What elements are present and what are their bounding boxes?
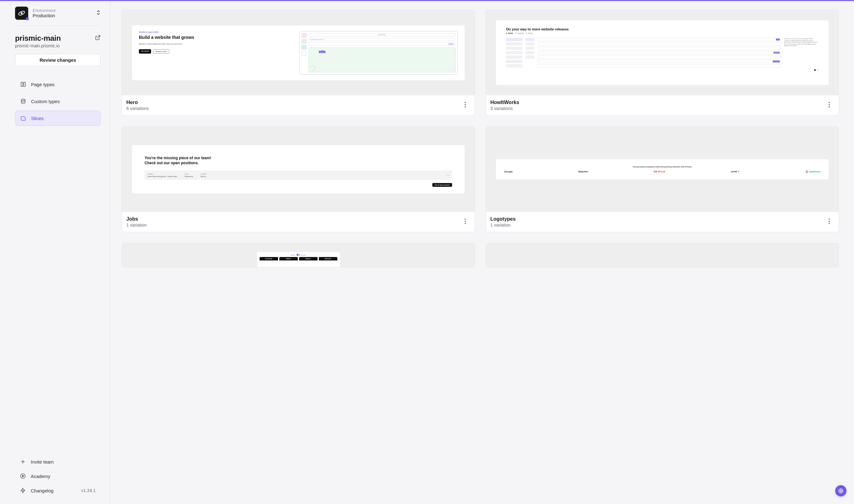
- preview-dot: [817, 69, 819, 71]
- svg-point-1: [21, 13, 22, 14]
- svg-rect-4: [24, 82, 25, 87]
- main-content: Headless page builder Build a website th…: [110, 1, 854, 504]
- preview-text: Developers use the latest web technologi…: [784, 38, 819, 67]
- repo-name: prismic-main: [15, 34, 61, 43]
- logo-rakuten: Rakuten: [579, 170, 588, 173]
- preview-pink-icon: [302, 33, 307, 38]
- svg-point-24: [840, 490, 842, 492]
- more-menu-button[interactable]: [828, 101, 831, 110]
- slice-card-jobs[interactable]: You're the missing piece of our team! Ch…: [122, 126, 475, 232]
- svg-marker-9: [22, 475, 24, 477]
- invite-team-button[interactable]: Invite team: [15, 454, 101, 469]
- slice-title: HowItWorks: [490, 100, 519, 105]
- env-status-dot: [26, 17, 29, 20]
- academy-label: Academy: [31, 473, 51, 479]
- preview-cta: See all open positions: [432, 183, 452, 187]
- sidebar: Environment Production prismic-main: [0, 1, 110, 504]
- nav-page-types[interactable]: Page types: [15, 77, 101, 92]
- version-text: v1.24.1: [81, 488, 95, 493]
- logo-veriff: veriff ✓: [731, 170, 740, 173]
- svg-point-18: [465, 221, 466, 222]
- more-menu-button[interactable]: [828, 217, 831, 227]
- logo-google: Google: [504, 170, 513, 173]
- preview-loop-icon: [309, 65, 316, 72]
- page-types-icon: [20, 82, 26, 87]
- slice-subtitle: 1 variation: [126, 222, 147, 228]
- slice-title: Jobs: [126, 216, 147, 222]
- svg-line-2: [97, 35, 100, 38]
- preview-heading: Build a website that grows: [139, 35, 293, 40]
- logo-netflix: NETFLIX: [654, 170, 665, 173]
- slice-title: Logotypes: [490, 216, 516, 222]
- preview-dot: [814, 69, 816, 71]
- preview-eyebrow: Headless page builder: [139, 31, 293, 33]
- slice-card-partial-2[interactable]: [486, 243, 839, 267]
- preview-btn-secondary: Request a demo: [153, 49, 170, 54]
- svg-rect-3: [21, 82, 22, 87]
- more-menu-button[interactable]: [463, 217, 467, 227]
- slice-preview: [486, 243, 839, 267]
- slice-card-logotypes[interactable]: Fast-growing companies build fast-growin…: [486, 126, 839, 232]
- arrow-right-icon: →: [446, 174, 449, 177]
- svg-point-14: [829, 102, 830, 103]
- svg-point-13: [465, 106, 466, 108]
- preview-toggle-icon: [297, 254, 300, 256]
- nav-label: Page types: [31, 82, 55, 87]
- svg-point-5: [21, 99, 25, 101]
- slice-preview: Headless page builder Build a website th…: [122, 10, 475, 95]
- sidebar-nav: Page types Custom types: [0, 72, 110, 451]
- review-changes-button[interactable]: Review changes: [15, 54, 101, 66]
- svg-point-16: [829, 106, 830, 108]
- slice-subtitle: 1 variation: [490, 222, 516, 228]
- slice-card-partial[interactable]: Monthly Annually Community Medium Platin…: [122, 243, 475, 267]
- preview-green-icon: [302, 39, 307, 43]
- nav-label: Slices: [31, 116, 43, 121]
- more-menu-button[interactable]: [463, 101, 467, 110]
- svg-point-12: [465, 104, 466, 105]
- slice-subtitle: 6 variations: [126, 106, 149, 111]
- changelog-button[interactable]: Changelog v1.24.1: [15, 483, 101, 498]
- nav-label: Custom types: [31, 99, 60, 104]
- slices-icon: [20, 115, 26, 121]
- slice-subtitle: 3 variations: [490, 106, 519, 111]
- svg-point-11: [465, 102, 466, 103]
- academy-button[interactable]: Academy: [15, 469, 101, 483]
- env-name: Production: [33, 13, 55, 18]
- svg-point-15: [829, 104, 830, 105]
- logo-deliveroo: 🏠 deliveroo: [805, 170, 820, 173]
- preview-blue-icon: [302, 45, 307, 50]
- external-link-icon[interactable]: [95, 35, 101, 42]
- slice-preview: You're the missing piece of our team! Ch…: [122, 127, 475, 212]
- svg-point-19: [465, 223, 466, 224]
- slice-title: Hero: [126, 100, 149, 105]
- env-label: Environment: [33, 8, 55, 13]
- repo-url: prismic-main.prismic.io: [15, 43, 101, 48]
- invite-label: Invite team: [31, 459, 54, 465]
- nav-slices[interactable]: Slices: [15, 111, 101, 126]
- slice-card-hero[interactable]: Headless page builder Build a website th…: [122, 10, 475, 116]
- slice-card-howitworks[interactable]: On your way to more website releases 1. …: [486, 10, 839, 116]
- help-fab[interactable]: [835, 485, 847, 497]
- preview-paragraph: Release on-brand pages fast while using …: [139, 43, 293, 45]
- preview-btn-primary: Get started: [139, 49, 151, 54]
- svg-point-21: [829, 221, 830, 222]
- environment-switcher[interactable]: Environment Production: [15, 6, 101, 26]
- slice-preview: On your way to more website releases 1. …: [486, 10, 839, 95]
- svg-marker-10: [21, 488, 25, 493]
- preview-heading: You're the missing piece of our team! Ch…: [144, 156, 220, 165]
- preview-heading: Fast-growing companies build fast-growin…: [633, 166, 692, 168]
- chevron-up-down-icon: [96, 10, 101, 17]
- svg-point-22: [829, 223, 830, 224]
- slice-preview: Monthly Annually Community Medium Platin…: [122, 243, 475, 267]
- play-circle-icon: [20, 473, 26, 479]
- nav-custom-types[interactable]: Custom types: [15, 94, 101, 109]
- preview-heading: On your way to more website releases: [506, 27, 819, 31]
- svg-point-20: [829, 218, 830, 220]
- app-logo: [15, 6, 28, 20]
- lightning-icon: [20, 488, 26, 493]
- custom-types-icon: [20, 98, 26, 104]
- slice-preview: Fast-growing companies build fast-growin…: [486, 127, 839, 212]
- svg-point-17: [465, 218, 466, 220]
- preview-icon: [302, 51, 307, 55]
- changelog-label: Changelog: [31, 488, 54, 493]
